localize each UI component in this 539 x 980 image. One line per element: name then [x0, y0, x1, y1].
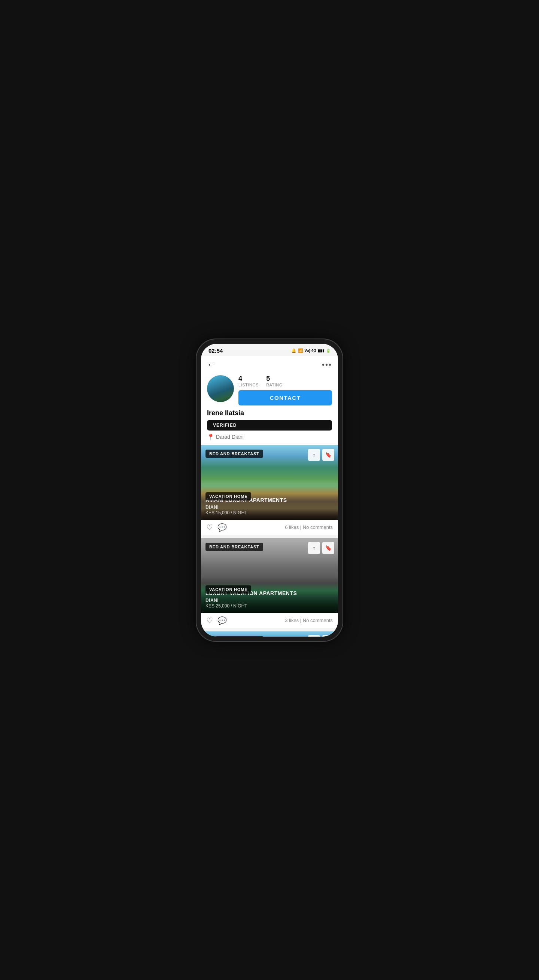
card-subtitle-1: DIANI [206, 504, 333, 510]
card-footer-2: ♡ 💬 3 likes | No comments [201, 613, 338, 628]
status-icons: 🔔 📶 Vo) 4G ▮▮▮ 🔋 [291, 348, 330, 353]
profile-stats: 4 LISTINGS 5 RATING CONTACT [238, 375, 332, 406]
like-button-1[interactable]: ♡ [206, 523, 213, 531]
listing-card-2[interactable]: BED AND BREAKFAST ↑ 🔖 VACATION HOME LUXU… [201, 538, 338, 628]
share-button-1[interactable]: ↑ [308, 449, 320, 461]
battery-icon: 🔋 [326, 348, 330, 353]
location-text: Darad Diani [216, 434, 244, 440]
nav-bar: ← ••• [201, 356, 338, 372]
alarm-icon: 🔔 [291, 348, 297, 353]
back-button[interactable]: ← [207, 361, 215, 369]
listings-label: LISTINGS [238, 383, 258, 387]
card-price-2: KES 25,000 / NIGHT [206, 603, 333, 609]
tag-bed-breakfast-1: BED AND BREAKFAST [206, 450, 263, 458]
card-image-1: BED AND BREAKFAST ↑ 🔖 VACATION HOME AMAN… [201, 445, 338, 520]
listing-card-1[interactable]: BED AND BREAKFAST ↑ 🔖 VACATION HOME AMAN… [201, 445, 338, 535]
tag-bed-breakfast-3: BED AND BREAKFAST [206, 636, 263, 636]
location-row: 📍 Darad Diani [207, 434, 332, 441]
listings-count: 4 [238, 375, 242, 382]
card-price-1: KES 15,000 / NIGHT [206, 510, 333, 515]
divider-2 [201, 628, 338, 632]
screen-content[interactable]: ← ••• 4 LISTINGS [201, 356, 338, 636]
divider-1 [201, 535, 338, 538]
tag-top-left-3: BED AND BREAKFAST [206, 636, 263, 636]
listings-stat: 4 LISTINGS [238, 375, 258, 387]
profile-name: Irene Ilatsia [207, 409, 332, 417]
card-image-3: BED AND BREAKFAST ↑ 🔖 VACATION HOME BESP… [201, 632, 338, 636]
card-subtitle-2: DIANI [206, 598, 333, 603]
profile-top: 4 LISTINGS 5 RATING CONTACT [207, 375, 332, 406]
rating-stat: 5 RATING [266, 375, 282, 387]
avatar-image [207, 375, 234, 402]
card-footer-1: ♡ 💬 6 likes | No comments [201, 520, 338, 535]
listing-card-3[interactable]: BED AND BREAKFAST ↑ 🔖 VACATION HOME BESP… [201, 632, 338, 636]
card-image-2: BED AND BREAKFAST ↑ 🔖 VACATION HOME LUXU… [201, 538, 338, 613]
bookmark-button-3[interactable]: 🔖 [322, 635, 334, 636]
share-button-3[interactable]: ↑ [308, 635, 320, 636]
rating-label: RATING [266, 383, 282, 387]
bookmark-button-2[interactable]: 🔖 [322, 542, 334, 554]
share-button-2[interactable]: ↑ [308, 542, 320, 554]
rating-count: 5 [266, 375, 270, 382]
tag-vacation-home-1: VACATION HOME [206, 492, 251, 501]
engagement-text-2: 3 likes | No comments [285, 617, 333, 623]
tag-top-left-1: BED AND BREAKFAST [206, 450, 263, 458]
card-actions-1: ↑ 🔖 [308, 449, 334, 461]
location-icon: 📍 [207, 434, 214, 441]
stats-row: 4 LISTINGS 5 RATING [238, 375, 332, 387]
engagement-text-1: 6 likes | No comments [285, 524, 333, 530]
verified-badge: VERIFIED [207, 420, 332, 431]
status-bar: 02:54 🔔 📶 Vo) 4G ▮▮▮ 🔋 [201, 344, 338, 356]
tag-bed-breakfast-2: BED AND BREAKFAST [206, 543, 263, 551]
phone-device: 02:54 🔔 📶 Vo) 4G ▮▮▮ 🔋 ← ••• [196, 339, 343, 641]
card-overlay-1: VACATION HOME AMANI LUXURY APARTMENTS DI… [201, 474, 338, 520]
tag-top-left-2: BED AND BREAKFAST [206, 543, 263, 551]
more-options-button[interactable]: ••• [322, 361, 332, 369]
bookmark-button-1[interactable]: 🔖 [322, 449, 334, 461]
card-overlay-2: VACATION HOME LUXURY VACATION APARTMENTS… [201, 568, 338, 612]
card-actions-3: ↑ 🔖 [308, 635, 334, 636]
profile-section: 4 LISTINGS 5 RATING CONTACT Irene Ilatsi… [201, 372, 338, 445]
comment-button-2[interactable]: 💬 [217, 617, 227, 624]
signal-text: Vo) 4G [305, 348, 316, 353]
avatar [207, 375, 234, 402]
card-actions-2: ↑ 🔖 [308, 542, 334, 554]
card-footer-actions-1: ♡ 💬 [206, 523, 227, 531]
signal-bars: ▮▮▮ [318, 348, 325, 353]
phone-screen: 02:54 🔔 📶 Vo) 4G ▮▮▮ 🔋 ← ••• [201, 344, 338, 636]
tag-vacation-home-2: VACATION HOME [206, 585, 251, 593]
status-time: 02:54 [209, 347, 223, 354]
contact-button[interactable]: CONTACT [238, 390, 332, 406]
comment-button-1[interactable]: 💬 [217, 523, 227, 531]
wifi-icon: 📶 [298, 348, 303, 353]
like-button-2[interactable]: ♡ [206, 617, 213, 624]
card-footer-actions-2: ♡ 💬 [206, 617, 227, 624]
